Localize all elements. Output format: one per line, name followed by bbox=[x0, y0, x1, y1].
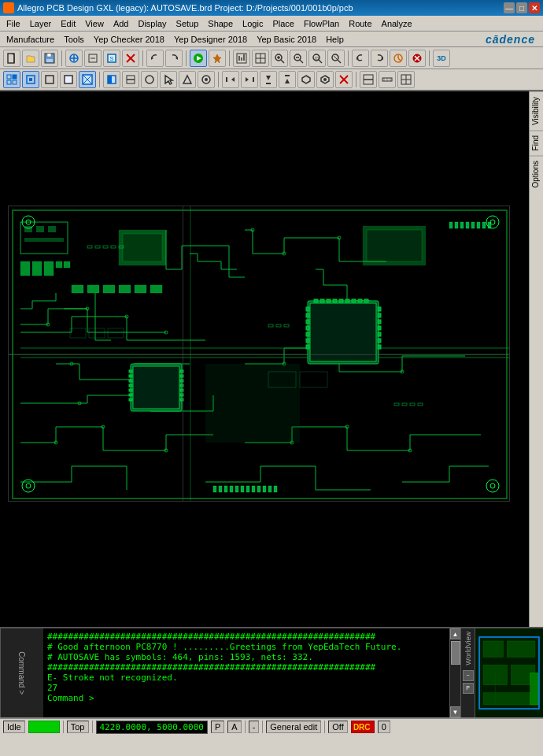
tb2-vis1-button[interactable] bbox=[222, 71, 239, 88]
open-button[interactable] bbox=[22, 50, 39, 67]
console-text[interactable]: ########################################… bbox=[44, 628, 449, 717]
tb2-ruler1-button[interactable] bbox=[379, 71, 396, 88]
tb2-ruler2-button[interactable] bbox=[397, 71, 415, 88]
3d-view-button[interactable]: 3D bbox=[433, 50, 450, 67]
new-button[interactable] bbox=[3, 50, 20, 67]
svg-rect-175 bbox=[364, 299, 368, 302]
tb2-opt2-button[interactable] bbox=[122, 71, 139, 88]
zoom-out-button[interactable] bbox=[290, 50, 307, 67]
menu-yep-basic[interactable]: Yep Basic 2018 bbox=[252, 33, 321, 46]
save-button[interactable] bbox=[41, 50, 58, 67]
scroll-up-button[interactable]: ▲ bbox=[450, 628, 461, 639]
tb2-select-button[interactable] bbox=[160, 71, 177, 88]
tb2-stop-button[interactable] bbox=[335, 71, 353, 88]
console-scrollbar[interactable]: ▲ ▼ bbox=[449, 628, 460, 717]
zoom-fit-button[interactable]: ⊡ bbox=[308, 50, 326, 67]
worldview-p-btn[interactable]: P bbox=[463, 683, 474, 694]
menu-route[interactable]: Route bbox=[344, 17, 376, 30]
minimize-button[interactable]: — bbox=[504, 2, 515, 13]
menu-yep-designer[interactable]: Yep Designer 2018 bbox=[169, 33, 252, 46]
refresh-button[interactable] bbox=[390, 50, 407, 67]
tb2-vis2-button[interactable] bbox=[241, 71, 258, 88]
options-tab[interactable]: Options bbox=[530, 155, 543, 192]
tb2-board-pad-button[interactable] bbox=[360, 71, 377, 88]
menu-yep-checker[interactable]: Yep Checker 2018 bbox=[89, 33, 169, 46]
pcb-board-area[interactable] bbox=[8, 206, 510, 502]
console-line-6: 27 bbox=[47, 683, 446, 693]
menu-add[interactable]: Add bbox=[109, 17, 134, 30]
svg-rect-154 bbox=[129, 384, 132, 387]
stagger-button[interactable] bbox=[84, 50, 102, 67]
scroll-track[interactable] bbox=[450, 639, 460, 706]
worldview-minus-btn[interactable]: − bbox=[463, 670, 474, 681]
tb2-opt1-button[interactable] bbox=[103, 71, 120, 88]
canvas-area[interactable] bbox=[0, 91, 529, 627]
svg-rect-57 bbox=[108, 76, 112, 83]
close-button[interactable]: ✕ bbox=[529, 2, 540, 13]
maximize-button[interactable]: □ bbox=[516, 2, 527, 13]
tb2-snap-sym-button[interactable] bbox=[60, 71, 77, 88]
menu-display[interactable]: Display bbox=[133, 17, 171, 30]
tb2-vis4-button[interactable] bbox=[279, 71, 296, 88]
find-tab[interactable]: Find bbox=[530, 130, 543, 155]
svg-rect-143 bbox=[460, 222, 464, 228]
tb2-sep-1 bbox=[99, 72, 100, 87]
tb2-vis6-button[interactable] bbox=[316, 71, 334, 88]
tb2-opt5-button[interactable] bbox=[179, 71, 196, 88]
menu-analyze[interactable]: Analyze bbox=[377, 17, 417, 30]
run-button[interactable] bbox=[190, 50, 207, 67]
menu-shape[interactable]: Shape bbox=[203, 17, 238, 30]
add-connect-button[interactable] bbox=[65, 50, 83, 67]
prev-view-button[interactable] bbox=[352, 50, 369, 67]
redo-button[interactable] bbox=[165, 50, 183, 67]
svg-line-32 bbox=[319, 60, 322, 63]
menu-manufacture[interactable]: Manufacture bbox=[2, 33, 59, 46]
undo-button[interactable] bbox=[146, 50, 164, 67]
abort-button[interactable] bbox=[408, 50, 426, 67]
next-view-button[interactable] bbox=[371, 50, 388, 67]
pin-button[interactable] bbox=[209, 50, 226, 67]
menu-file[interactable]: File bbox=[2, 17, 25, 30]
menu-bar-1: File Layer Edit View Add Display Setup S… bbox=[0, 16, 543, 32]
tb2-opt3-button[interactable] bbox=[141, 71, 158, 88]
menu-edit[interactable]: Edit bbox=[56, 17, 80, 30]
zoom-in-button[interactable] bbox=[271, 50, 288, 67]
board-stats-button[interactable] bbox=[233, 50, 250, 67]
app-icon bbox=[3, 2, 14, 13]
visibility-tab[interactable]: Visibility bbox=[530, 91, 543, 130]
delete-button[interactable] bbox=[122, 50, 139, 67]
scroll-thumb[interactable] bbox=[451, 641, 460, 665]
symbol-button[interactable]: S bbox=[103, 50, 120, 67]
menu-tools[interactable]: Tools bbox=[59, 33, 89, 46]
svg-rect-220 bbox=[507, 641, 534, 657]
status-snap-a[interactable]: A bbox=[227, 721, 241, 733]
main-area: Visibility Find Options bbox=[0, 91, 543, 627]
svg-rect-160 bbox=[180, 380, 183, 382]
tb2-vis5-button[interactable] bbox=[297, 71, 315, 88]
tb2-via-button[interactable] bbox=[79, 71, 96, 88]
menu-logic[interactable]: Logic bbox=[238, 17, 268, 30]
menu-flowplan[interactable]: FlowPlan bbox=[299, 17, 344, 30]
title-bar: Allegro PCB Design GXL (legacy): AUTOSAV… bbox=[0, 0, 543, 16]
zoom-world-button[interactable] bbox=[327, 50, 345, 67]
svg-rect-172 bbox=[345, 299, 349, 302]
tb2-snap-button[interactable] bbox=[22, 71, 39, 88]
svg-rect-153 bbox=[129, 380, 132, 382]
menu-help[interactable]: Help bbox=[321, 33, 349, 46]
menu-view[interactable]: View bbox=[80, 17, 109, 30]
svg-marker-71 bbox=[285, 79, 290, 83]
scroll-down-button[interactable]: ▼ bbox=[450, 706, 461, 717]
tb2-grid-button[interactable] bbox=[3, 71, 20, 88]
status-off[interactable]: Off bbox=[328, 721, 347, 733]
menu-place[interactable]: Place bbox=[268, 17, 299, 30]
worldview-canvas[interactable] bbox=[475, 628, 543, 717]
tb2-vis3-button[interactable] bbox=[260, 71, 277, 88]
menu-layer[interactable]: Layer bbox=[25, 17, 57, 30]
svg-rect-169 bbox=[327, 299, 331, 302]
floorplan-button[interactable] bbox=[252, 50, 269, 67]
status-snap-p[interactable]: P bbox=[211, 721, 224, 733]
tb2-snap-corner-button[interactable] bbox=[41, 71, 58, 88]
menu-setup[interactable]: Setup bbox=[172, 17, 204, 30]
tb2-opt6-button[interactable] bbox=[198, 71, 215, 88]
svg-rect-186 bbox=[378, 326, 381, 330]
